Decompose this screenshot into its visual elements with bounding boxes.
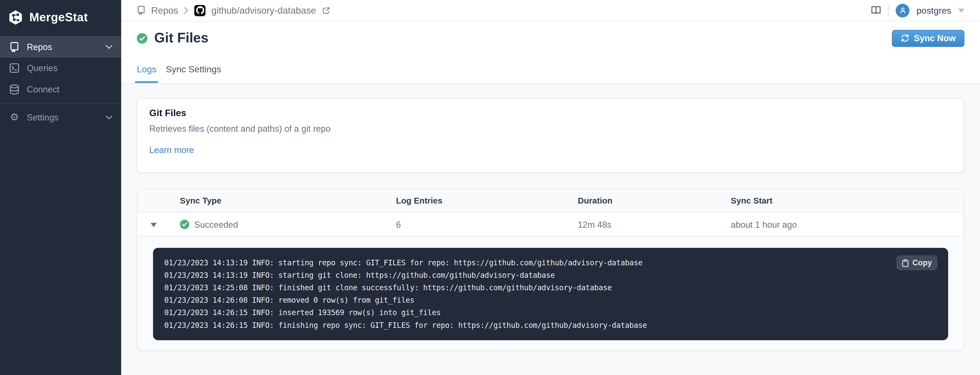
column-sync-type: Sync Type <box>137 196 353 205</box>
user-menu[interactable]: postgres <box>916 5 951 15</box>
expand-caret-icon[interactable] <box>151 222 157 227</box>
brand-name: MergeStat <box>29 11 88 24</box>
sidebar-item-queries[interactable]: Queries <box>0 57 121 79</box>
chevron-right-icon <box>184 6 189 14</box>
chevron-down-icon <box>106 115 113 119</box>
copy-button[interactable]: Copy <box>896 255 938 270</box>
log-line: 01/23/2023 14:13:19 INFO: starting repo … <box>164 256 948 269</box>
mergestat-logo-icon <box>8 10 24 25</box>
tab-sync-settings[interactable]: Sync Settings <box>164 64 223 83</box>
breadcrumb-repos-link[interactable]: Repos <box>151 5 178 16</box>
sidebar-item-label: Repos <box>27 42 52 52</box>
sidebar-nav: Repos Queries <box>0 36 121 128</box>
terminal-icon <box>9 63 20 73</box>
sync-now-label: Sync Now <box>914 33 956 43</box>
sidebar: MergeStat Repos <box>0 0 121 375</box>
sync-now-button[interactable]: Sync Now <box>892 30 964 46</box>
check-circle-icon <box>180 220 189 229</box>
docs-book-icon[interactable] <box>871 5 881 15</box>
table-row[interactable]: Succeeded 6 12m 48s about 1 hour ago <box>137 213 964 237</box>
column-log-entries: Log Entries <box>353 196 535 205</box>
status-text: Succeeded <box>194 219 238 229</box>
cell-log-entries: 6 <box>353 219 535 229</box>
column-sync-start: Sync Start <box>688 196 964 205</box>
sidebar-divider <box>0 103 121 104</box>
clipboard-icon <box>902 259 909 267</box>
log-line: 01/23/2023 14:26:15 INFO: finishing repo… <box>164 319 948 331</box>
app-window: MergeStat Repos <box>0 0 980 375</box>
database-icon <box>9 84 20 95</box>
chevron-down-icon <box>106 44 113 49</box>
sidebar-item-repos[interactable]: Repos <box>0 36 121 57</box>
status-success-icon <box>137 33 147 43</box>
mergestat-logo[interactable]: MergeStat <box>0 0 121 29</box>
sync-icon <box>901 34 909 42</box>
caret-down-icon[interactable] <box>958 8 964 12</box>
table-header: Sync Type Log Entries Duration Sync Star… <box>137 189 964 213</box>
log-line: 01/23/2023 14:26:08 INFO: removed 0 row(… <box>164 294 948 307</box>
page-head: Git Files Sync Now <box>121 21 980 55</box>
user-avatar[interactable] <box>896 3 910 17</box>
log-output-panel: Copy 01/23/2023 14:13:19 INFO: starting … <box>153 248 948 340</box>
gear-icon: ⚙ <box>9 112 20 122</box>
copy-label: Copy <box>912 258 932 267</box>
sidebar-item-label: Queries <box>27 63 57 73</box>
topbar: Repos github/advisory-database <box>121 0 980 21</box>
sync-type-title: Git Files <box>149 107 952 118</box>
cell-sync-type: Succeeded <box>137 219 353 229</box>
sidebar-item-settings[interactable]: ⚙ Settings <box>0 107 121 128</box>
breadcrumb: Repos github/advisory-database <box>137 5 331 16</box>
log-line: 01/23/2023 14:25:08 INFO: finished git c… <box>164 281 948 294</box>
sidebar-item-label: Connect <box>27 84 59 94</box>
sync-info-card: Git Files Retrieves files (content and p… <box>137 98 964 173</box>
log-line: 01/23/2023 14:13:19 INFO: starting git c… <box>164 269 948 281</box>
sidebar-item-connect[interactable]: Connect <box>0 79 121 100</box>
tab-bar: Logs Sync Settings <box>121 55 980 84</box>
breadcrumb-repo-name[interactable]: github/advisory-database <box>212 5 316 16</box>
repo-icon <box>137 5 145 15</box>
tab-logs[interactable]: Logs <box>135 64 158 83</box>
sync-type-description: Retrieves files (content and paths) of a… <box>149 124 952 133</box>
page-title: Git Files <box>154 30 208 46</box>
cell-duration: 12m 48s <box>535 219 688 229</box>
repo-book-icon <box>9 41 20 52</box>
main-area: Repos github/advisory-database <box>121 0 980 375</box>
sidebar-item-label: Settings <box>27 112 59 122</box>
log-line: 01/23/2023 14:26:15 INFO: inserted 19356… <box>164 307 948 319</box>
column-duration: Duration <box>535 196 688 205</box>
topbar-divider <box>888 4 889 16</box>
expanded-row: Copy 01/23/2023 14:13:19 INFO: starting … <box>137 237 964 351</box>
content: Git Files Retrieves files (content and p… <box>121 84 980 351</box>
sync-logs-table: Sync Type Log Entries Duration Sync Star… <box>137 189 964 351</box>
github-avatar <box>194 5 206 16</box>
topbar-right: postgres <box>871 3 964 17</box>
external-link-icon[interactable] <box>321 6 330 14</box>
cell-sync-start: about 1 hour ago <box>688 219 964 229</box>
learn-more-link[interactable]: Learn more <box>149 145 194 155</box>
